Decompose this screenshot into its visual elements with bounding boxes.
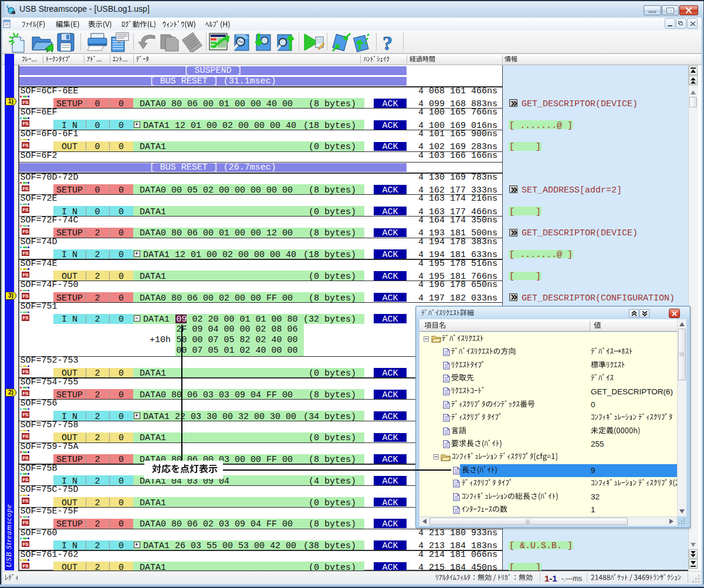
- svg-text:?: ?: [383, 32, 392, 53]
